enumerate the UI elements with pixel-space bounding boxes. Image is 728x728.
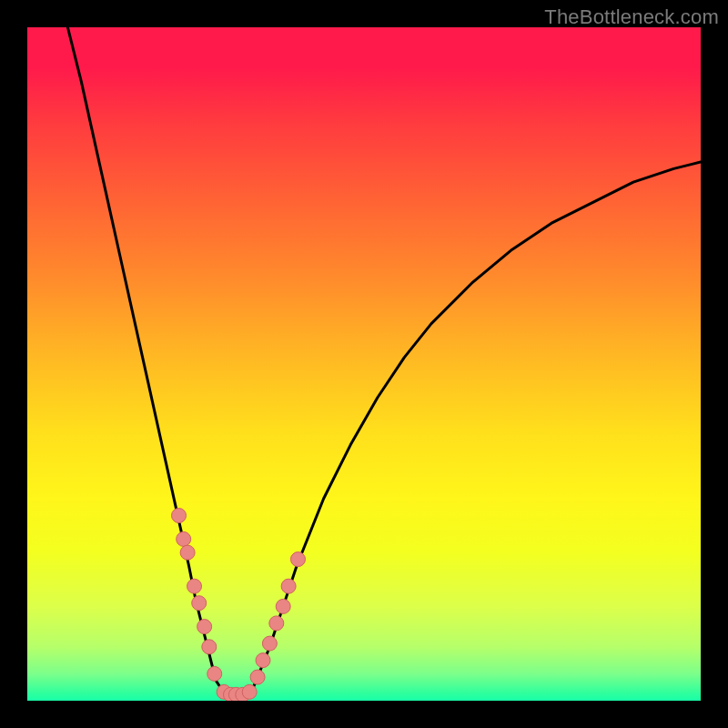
chart-svg xyxy=(27,27,701,701)
data-point-marker xyxy=(177,531,191,546)
data-point-marker xyxy=(269,616,284,631)
data-point-marker xyxy=(256,653,270,668)
data-point-marker xyxy=(290,552,305,567)
curve-group xyxy=(67,27,701,697)
data-point-marker xyxy=(202,640,217,654)
data-point-marker xyxy=(172,509,187,523)
data-point-marker xyxy=(250,670,265,684)
data-point-marker xyxy=(192,596,207,611)
watermark-text: TheBottleneck.com xyxy=(544,5,719,29)
bottleneck-curve xyxy=(67,27,701,697)
chart-stage: TheBottleneck.com xyxy=(0,0,728,728)
marker-group xyxy=(172,509,306,702)
data-point-marker xyxy=(187,579,202,593)
data-point-marker xyxy=(276,599,290,613)
data-point-marker xyxy=(197,620,212,634)
data-point-marker xyxy=(207,666,222,681)
data-point-marker xyxy=(242,684,257,699)
data-point-marker xyxy=(281,579,296,593)
plot-area xyxy=(27,27,701,701)
data-point-marker xyxy=(262,636,277,651)
data-point-marker xyxy=(180,545,195,560)
